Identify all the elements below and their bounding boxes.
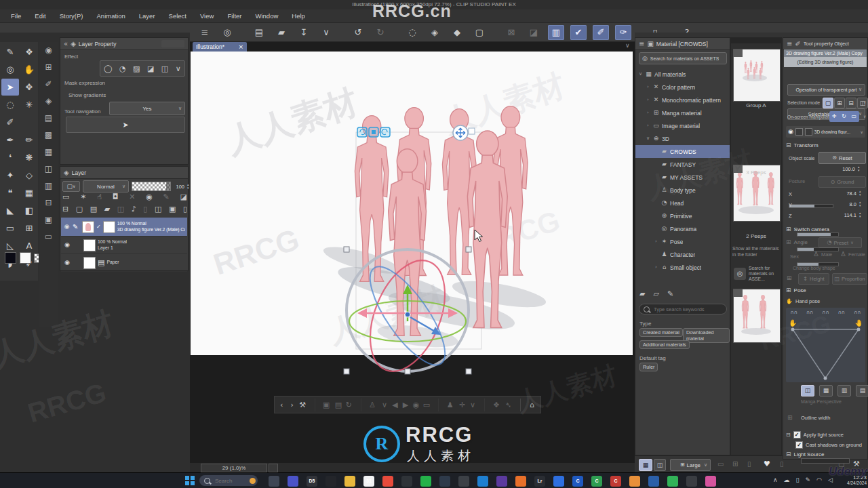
panel-material-icon[interactable]: ▦: [45, 148, 52, 156]
layer-row-selected[interactable]: ◉ ✎ ✓ 100 % Normal 3D drawing figure Ver…: [61, 218, 187, 237]
select-add-icon[interactable]: ⊞: [834, 98, 845, 108]
panel-color-icon[interactable]: ◈: [45, 97, 52, 105]
opacity-value[interactable]: 100: [174, 184, 184, 190]
taskbar-app[interactable]: [458, 476, 469, 487]
tool-eyedropper[interactable]: ✐: [1, 114, 19, 131]
launcher-material-icon[interactable]: ▭: [422, 399, 431, 411]
taskbar-app-d5[interactable]: D5: [307, 476, 317, 487]
tray-battery-icon[interactable]: ▯: [796, 477, 800, 483]
taskbar-app-blender[interactable]: [629, 476, 640, 487]
main-color-swatch[interactable]: [5, 252, 16, 264]
new-file-icon[interactable]: ▤: [251, 25, 267, 40]
tool-navigation-button[interactable]: ➤: [66, 117, 185, 133]
canvas-tab[interactable]: Illustration* ×: [193, 42, 247, 52]
launcher-prev-pose-icon[interactable]: ◀: [391, 399, 399, 411]
launcher-rotate-icon[interactable]: ↻: [344, 399, 353, 411]
folder-settings-icon[interactable]: ▱: [653, 290, 658, 298]
panel-history-icon[interactable]: ◫: [45, 165, 52, 173]
tool-zoom[interactable]: ◎: [1, 61, 19, 78]
panel-timeline-icon[interactable]: ⊟: [45, 199, 52, 207]
taskbar-app[interactable]: [667, 476, 678, 487]
taskbar-app-edge[interactable]: [477, 476, 488, 487]
launcher-figure-icon[interactable]: ♟: [438, 399, 456, 411]
reset-scale-button[interactable]: ⊙Reset: [818, 152, 866, 164]
panel-tab-label[interactable]: Layer Property: [79, 41, 117, 47]
object-list-row[interactable]: ◉ 3D drawing figur... ∨: [786, 126, 865, 138]
snap-ruler-icon[interactable]: ✔: [570, 25, 587, 40]
opacity-stepper[interactable]: ▴▾: [187, 183, 189, 190]
visibility-icon[interactable]: ◉: [63, 260, 71, 266]
tree-item-manga-material[interactable]: › ⊞ Manga material: [635, 106, 730, 119]
effect-layercolor-icon[interactable]: ◪: [147, 65, 154, 73]
tree-item-image-material[interactable]: › ▭ Image material: [635, 119, 730, 132]
pose-section-header[interactable]: ⊞Pose: [786, 287, 806, 293]
tray-volume-icon[interactable]: ◁: [828, 477, 833, 483]
layer-thumbnail[interactable]: [83, 257, 96, 269]
taskbar-app[interactable]: [515, 476, 526, 487]
show-gradients-select[interactable]: Yes ∨: [109, 102, 185, 115]
preset-button[interactable]: ◔Preset∨: [818, 237, 862, 248]
visibility-icon[interactable]: ◉: [63, 224, 71, 230]
tree-item-my-assets[interactable]: ▰ MY ASSETS: [635, 171, 730, 184]
visibility-icon[interactable]: ◉: [788, 129, 793, 135]
tool-gradient[interactable]: ◧: [20, 202, 38, 219]
close-icon[interactable]: ×: [238, 44, 243, 50]
tree-expand-icon[interactable]: ›: [654, 265, 658, 270]
tree-item-character[interactable]: ♟ Character: [635, 248, 730, 261]
new-raster-layer-icon[interactable]: ⊟: [62, 205, 68, 213]
invert-selection-icon[interactable]: ◪: [526, 25, 542, 40]
effect-halftone-icon[interactable]: ▨: [133, 65, 140, 73]
tag-ruler[interactable]: Ruler: [639, 363, 658, 371]
finger-curl-icon[interactable]: ∩∩: [838, 310, 845, 315]
launcher-wrench-icon[interactable]: ⚒: [298, 399, 307, 411]
wrench-icon[interactable]: ⚒: [853, 460, 860, 468]
main-menu-icon[interactable]: ≡: [197, 25, 213, 40]
combine-icon[interactable]: ✶: [80, 193, 86, 201]
hand-preset-3[interactable]: ▥: [837, 385, 851, 396]
male-option[interactable]: ♙Male: [813, 251, 832, 258]
launcher-prev-icon[interactable]: ‹: [277, 399, 286, 411]
panel-navigator-icon[interactable]: ◉: [45, 46, 52, 54]
tree-expand-icon[interactable]: ›: [654, 239, 658, 244]
undo-icon[interactable]: ↺: [350, 25, 366, 40]
new-folder-icon[interactable]: ▰: [639, 290, 645, 298]
switch-camera-header[interactable]: ⊞Switch camera: [786, 226, 829, 232]
tool-pen[interactable]: ✒: [1, 131, 19, 148]
z-stepper[interactable]: ▴▾: [859, 211, 861, 218]
paste-material-icon[interactable]: ▭: [717, 461, 724, 468]
save-icon[interactable]: ↧: [296, 25, 312, 40]
thumb-size-select[interactable]: ⊞ Large ∨: [670, 459, 711, 471]
tree-item-fantasy[interactable]: ▰ FANTASY: [635, 158, 730, 171]
transparent-part-dropdown[interactable]: Operation of transparent part∨: [787, 84, 865, 96]
enable-mask-icon[interactable]: ◉: [146, 193, 153, 201]
tree-expand-icon[interactable]: ›: [646, 110, 650, 115]
x-stepper[interactable]: ▴▾: [859, 190, 861, 197]
launcher-joint-icon[interactable]: ❖: [484, 399, 502, 411]
layer-row[interactable]: ◉ ▤ Paper: [61, 254, 187, 272]
launcher-exit-icon[interactable]: ⌂: [520, 399, 538, 411]
inactive-tab[interactable]: [161, 40, 184, 47]
taskbar-app[interactable]: [705, 476, 716, 487]
tree-item-all-materials[interactable]: ∨ ▦ All materials: [635, 68, 730, 81]
layer-row[interactable]: ◉ 100 % Normal Layer 1: [61, 237, 187, 254]
fill-icon[interactable]: ◆: [449, 25, 465, 40]
menu-item[interactable]: Story(P): [53, 12, 90, 20]
tree-expand-icon[interactable]: ∨: [646, 136, 650, 141]
hand-open-icon[interactable]: ✋: [789, 320, 797, 327]
taskbar-app-explorer[interactable]: [344, 476, 355, 487]
hand-pose-area[interactable]: ∩∩∩∩∩∩∩∩∩∩ ✋ ✋: [786, 308, 865, 382]
taskbar-app-teams[interactable]: [288, 476, 298, 487]
layer-mask-icon[interactable]: ◫: [155, 205, 161, 213]
launcher-pose-icon[interactable]: ♙: [361, 399, 378, 411]
launcher-pose-more-icon[interactable]: ∨: [380, 399, 389, 411]
search-assets-button[interactable]: ◎ Search for materials on ASSETS: [639, 52, 727, 64]
tool-decoration[interactable]: ✦: [1, 167, 19, 184]
effect-tone-icon[interactable]: ◔: [119, 65, 126, 73]
tool-lasso[interactable]: ◌: [1, 96, 19, 113]
tray-wifi-icon[interactable]: ◠: [816, 477, 822, 483]
y-stepper[interactable]: ▴▾: [859, 201, 861, 207]
canvas-area-chevron-icon[interactable]: ∨: [625, 43, 630, 49]
tree-item-small-object[interactable]: › ⌂ Small object: [635, 261, 730, 274]
menu-item[interactable]: Edit: [28, 12, 52, 20]
hand-preset-4[interactable]: ▤: [856, 385, 868, 396]
